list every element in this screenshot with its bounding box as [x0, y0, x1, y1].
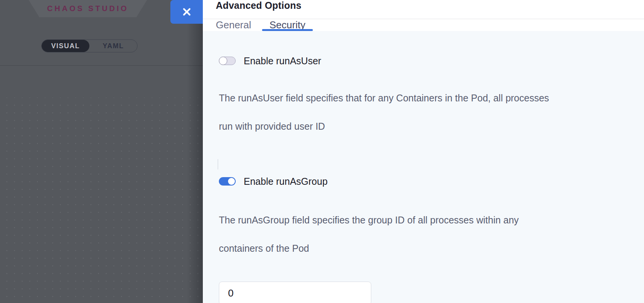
drawer-title: Advanced Options: [216, 0, 301, 11]
description-line: run with provided user ID: [219, 119, 614, 134]
yaml-mode-button[interactable]: YAML: [89, 40, 137, 52]
visual-mode-button[interactable]: VISUAL: [42, 40, 89, 52]
tab-general[interactable]: General: [208, 19, 259, 31]
run-as-user-row: Enable runAsUser: [219, 55, 629, 67]
drawer-tabbar: General Security: [203, 19, 644, 31]
run-as-group-row: Enable runAsGroup: [219, 176, 629, 187]
text-caret: [218, 159, 218, 169]
enable-run-as-user-toggle[interactable]: [219, 57, 236, 65]
toggle-knob: [219, 57, 227, 65]
drawer-header: Advanced Options: [203, 0, 644, 19]
tab-security[interactable]: Security: [262, 19, 313, 31]
run-as-group-description: The runAsGroup field specifies the group…: [219, 199, 614, 270]
toggle-knob: [228, 178, 235, 185]
run-as-user-label: Enable runAsUser: [244, 55, 321, 67]
description-line: containers of the Pod: [219, 241, 614, 256]
pipeline-canvas-dotted-grid: [0, 98, 203, 303]
run-as-user-description: The runAsUser field specifies that for a…: [219, 77, 614, 148]
chaos-studio-logo-banner: CHAOS STUDIO: [29, 0, 147, 17]
header-divider: [0, 65, 203, 66]
chaos-studio-logo-text: CHAOS STUDIO: [47, 4, 128, 13]
chaos-studio-background: CHAOS STUDIO VISUAL YAML: [0, 0, 203, 303]
close-drawer-button[interactable]: [170, 0, 203, 24]
enable-run-as-group-toggle[interactable]: [219, 177, 236, 186]
close-icon: [183, 8, 191, 16]
description-line: The runAsGroup field specifies the group…: [219, 213, 614, 227]
tab-general-label: General: [216, 19, 251, 31]
description-line: The runAsUser field specifies that for a…: [219, 91, 614, 105]
visual-yaml-toggle: VISUAL YAML: [41, 39, 138, 52]
security-tab-content: Enable runAsUser The runAsUser field spe…: [203, 31, 644, 303]
run-as-group-label: Enable runAsGroup: [244, 176, 328, 187]
run-as-group-id-input[interactable]: [219, 282, 371, 303]
advanced-options-drawer: Advanced Options General Security Enable…: [203, 0, 644, 303]
screen: CHAOS STUDIO VISUAL YAML Advanced Option…: [0, 0, 644, 303]
